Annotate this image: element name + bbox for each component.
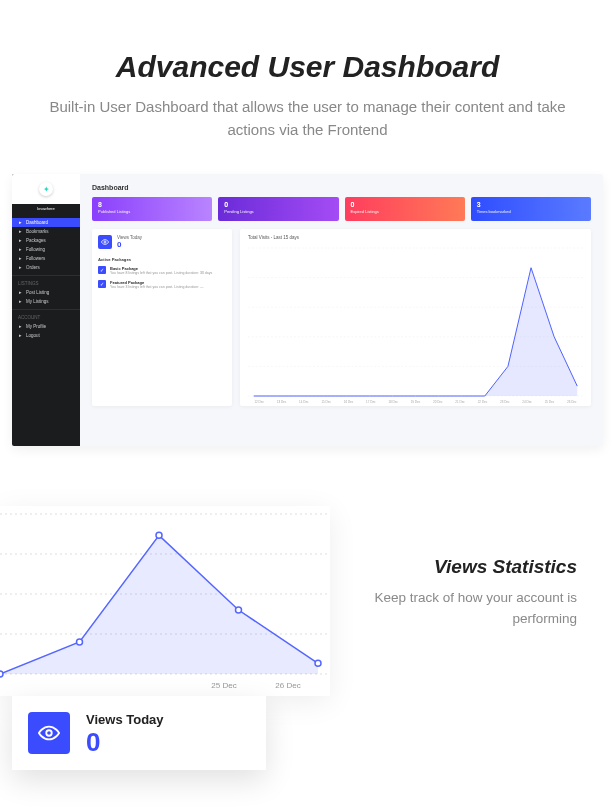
check-icon: ✓: [98, 266, 106, 274]
nav-group-label: LISTINGS: [12, 279, 80, 288]
xaxis-tick: 19 Dec: [404, 400, 426, 404]
nav-label: Logout: [26, 333, 40, 338]
package-item: ✓Basic PackageYou have 8 listings left t…: [98, 266, 226, 275]
xaxis-tick: 12 Dec: [248, 400, 270, 404]
nav-icon: ▸: [18, 265, 23, 270]
svg-point-13: [77, 639, 83, 645]
stat-card-published-listings[interactable]: 8Published Listings: [92, 197, 212, 221]
stat-card-times-bookmarked[interactable]: 3Times bookmarked: [471, 197, 591, 221]
sidebar-item-followers[interactable]: ▸Followers: [12, 254, 80, 263]
xaxis-tick: 18 Dec: [382, 400, 404, 404]
xaxis-tick: [0, 681, 64, 690]
svg-point-0: [104, 241, 106, 243]
nav-label: My Profile: [26, 324, 46, 329]
sidebar-item-orders[interactable]: ▸Orders: [12, 263, 80, 272]
nav-label: Following: [26, 247, 45, 252]
sidebar-item-logout[interactable]: ▸Logout: [12, 331, 80, 340]
page-title: Dashboard: [92, 184, 591, 191]
nav-label: Orders: [26, 265, 40, 270]
logo[interactable]: ✦: [12, 174, 80, 204]
xaxis-tick: 22 Dec: [471, 400, 493, 404]
sidebar-item-dashboard[interactable]: ▸Dashboard: [12, 218, 80, 227]
nav-icon: ▸: [18, 290, 23, 295]
active-packages-title: Active Packages: [98, 257, 226, 262]
logo-icon: ✦: [39, 182, 53, 196]
nav-label: Bookmarks: [26, 229, 49, 234]
views-today-popup: Views Today 0: [12, 696, 266, 770]
svg-point-12: [0, 671, 3, 677]
nav-icon: ▸: [18, 299, 23, 304]
visits-chart-panel: Total Visits - Last 15 days 12 Dec13 Dec…: [240, 229, 591, 406]
stat-label: Published Listings: [98, 209, 206, 214]
sidebar-item-my-listings[interactable]: ▸My Listings: [12, 297, 80, 306]
sidebar-item-my-profile[interactable]: ▸My Profile: [12, 322, 80, 331]
xaxis-tick: 26 Dec: [561, 400, 583, 404]
nav-label: Followers: [26, 256, 45, 261]
stat-card-expired-listings[interactable]: 0Expired Listings: [345, 197, 465, 221]
stat-card-pending-listings[interactable]: 0Pending Listings: [218, 197, 338, 221]
xaxis-tick: 13 Dec: [270, 400, 292, 404]
dashboard-screenshot: ✦ knowhere ▸Dashboard▸Bookmarks▸Packages…: [12, 174, 603, 446]
nav-group-label: ACCOUNT: [12, 313, 80, 322]
hero-section: Advanced User Dashboard Built-in User Da…: [0, 0, 615, 156]
xaxis-tick: [64, 681, 128, 690]
stat-label: Times bookmarked: [477, 209, 585, 214]
nav-icon: ▸: [18, 256, 23, 261]
check-icon: ✓: [98, 280, 106, 288]
visits-chart-xaxis: 12 Dec13 Dec14 Dec15 Dec16 Dec17 Dec18 D…: [248, 400, 583, 404]
nav-label: Post Listing: [26, 290, 49, 295]
xaxis-tick: [128, 681, 192, 690]
stat-label: Expired Listings: [351, 209, 459, 214]
nav-icon: ▸: [18, 220, 23, 225]
nav-icon: ▸: [18, 333, 23, 338]
sidebar-item-following[interactable]: ▸Following: [12, 245, 80, 254]
dashboard-main: Dashboard 8Published Listings0Pending Li…: [80, 174, 603, 446]
eye-icon: [98, 235, 112, 249]
xaxis-tick: 23 Dec: [494, 400, 516, 404]
stat-value: 8: [98, 201, 206, 208]
package-item: ✓Featured PackageYou have 3 listings lef…: [98, 280, 226, 289]
visits-chart: [248, 242, 583, 402]
nav-group-listings: LISTINGS ▸Post Listing▸My Listings: [12, 276, 80, 310]
xaxis-tick: 14 Dec: [293, 400, 315, 404]
hero-subtitle: Built-in User Dashboard that allows the …: [30, 96, 585, 141]
views-chart-xaxis: 25 Dec26 Dec: [0, 681, 320, 690]
package-desc: You have 8 listings left that you can po…: [110, 271, 212, 275]
views-chart-svg: [0, 506, 330, 696]
visits-chart-title: Total Visits - Last 15 days: [248, 235, 583, 240]
package-desc: You have 3 listings left that you can po…: [110, 285, 203, 289]
nav-icon: ▸: [18, 238, 23, 243]
views-statistics-block: 25 Dec26 Dec Views Statistics Keep track…: [0, 506, 615, 696]
xaxis-tick: 26 Dec: [256, 681, 320, 690]
xaxis-tick: 24 Dec: [516, 400, 538, 404]
stat-label: Pending Listings: [224, 209, 332, 214]
sidebar: ✦ knowhere ▸Dashboard▸Bookmarks▸Packages…: [12, 174, 80, 446]
sidebar-item-bookmarks[interactable]: ▸Bookmarks: [12, 227, 80, 236]
views-today-head: Views Today 0: [98, 235, 226, 249]
views-panel: Views Today 0 Active Packages ✓Basic Pac…: [92, 229, 232, 406]
xaxis-tick: 25 Dec: [538, 400, 560, 404]
eye-icon: [28, 712, 70, 754]
views-statistics-title: Views Statistics: [340, 556, 577, 578]
nav-label: Dashboard: [26, 220, 48, 225]
stat-value: 0: [224, 201, 332, 208]
svg-point-17: [46, 730, 52, 736]
nav-label: Packages: [26, 238, 46, 243]
nav-group-main: ▸Dashboard▸Bookmarks▸Packages▸Following▸…: [12, 215, 80, 276]
nav-group-account: ACCOUNT ▸My Profile▸Logout: [12, 310, 80, 343]
xaxis-tick: 20 Dec: [427, 400, 449, 404]
xaxis-tick: 21 Dec: [449, 400, 471, 404]
xaxis-tick: 15 Dec: [315, 400, 337, 404]
sidebar-item-packages[interactable]: ▸Packages: [12, 236, 80, 245]
brand-label: knowhere: [12, 204, 80, 215]
nav-label: My Listings: [26, 299, 49, 304]
views-today-value: 0: [117, 240, 142, 249]
views-statistics-subtitle: Keep track of how your account is perfor…: [340, 588, 577, 630]
xaxis-tick: 17 Dec: [360, 400, 382, 404]
sidebar-item-post-listing[interactable]: ▸Post Listing: [12, 288, 80, 297]
popup-views-value: 0: [86, 729, 164, 755]
stat-cards-row: 8Published Listings0Pending Listings0Exp…: [92, 197, 591, 221]
hero-title: Advanced User Dashboard: [30, 50, 585, 84]
stat-value: 0: [351, 201, 459, 208]
stat-value: 3: [477, 201, 585, 208]
